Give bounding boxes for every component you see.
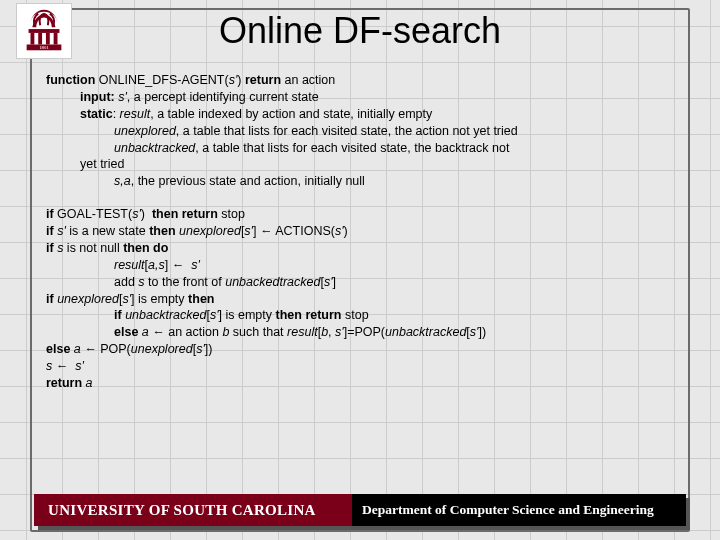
pseudocode-line: result[a,s] ← s'	[46, 257, 680, 274]
pseudocode-line: else a ← an action b such that result[b,…	[46, 324, 680, 341]
pseudocode-line: return a	[46, 375, 680, 392]
department-name: Department of Computer Science and Engin…	[352, 502, 654, 518]
pseudocode-line: s ← s'	[46, 358, 680, 375]
department-box: Department of Computer Science and Engin…	[352, 494, 686, 526]
footer: UNIVERSITY OF SOUTH CAROLINA Department …	[34, 494, 686, 526]
pseudocode-header-block: function ONLINE_DFS-AGENT(s') return an …	[46, 72, 680, 190]
pseudocode-line: else a ← POP(unexplored[s'])	[46, 341, 680, 358]
pseudocode-line: add s to the front of unbackedtracked[s'…	[46, 274, 680, 291]
pseudocode-line: s,a, the previous state and action, init…	[46, 173, 680, 190]
slide: 1801 Online DF-search function ONLINE_DF…	[0, 0, 720, 540]
pseudocode-body-block: if GOAL-TEST(s') then return stopif s' i…	[46, 206, 680, 392]
pseudocode-line: yet tried	[46, 156, 680, 173]
footer-bar: UNIVERSITY OF SOUTH CAROLINA Department …	[34, 494, 686, 526]
pseudocode-line: if unbacktracked[s'] is empty then retur…	[46, 307, 680, 324]
pseudocode-line: function ONLINE_DFS-AGENT(s') return an …	[46, 72, 680, 89]
pseudocode-line: static: result, a table indexed by actio…	[46, 106, 680, 123]
pseudocode-line: unexplored, a table that lists for each …	[46, 123, 680, 140]
pseudocode-line: input: s', a percept identifying current…	[46, 89, 680, 106]
university-name: UNIVERSITY OF SOUTH CAROLINA	[34, 502, 316, 519]
slide-title: Online DF-search	[0, 10, 720, 52]
slide-content: function ONLINE_DFS-AGENT(s') return an …	[46, 72, 680, 392]
pseudocode-line: if unexplored[s'] is empty then	[46, 291, 680, 308]
pseudocode-line: if s is not null then do	[46, 240, 680, 257]
pseudocode-line: unbacktracked, a table that lists for ea…	[46, 140, 680, 157]
pseudocode-line: if s' is a new state then unexplored[s']…	[46, 223, 680, 240]
pseudocode-line: if GOAL-TEST(s') then return stop	[46, 206, 680, 223]
